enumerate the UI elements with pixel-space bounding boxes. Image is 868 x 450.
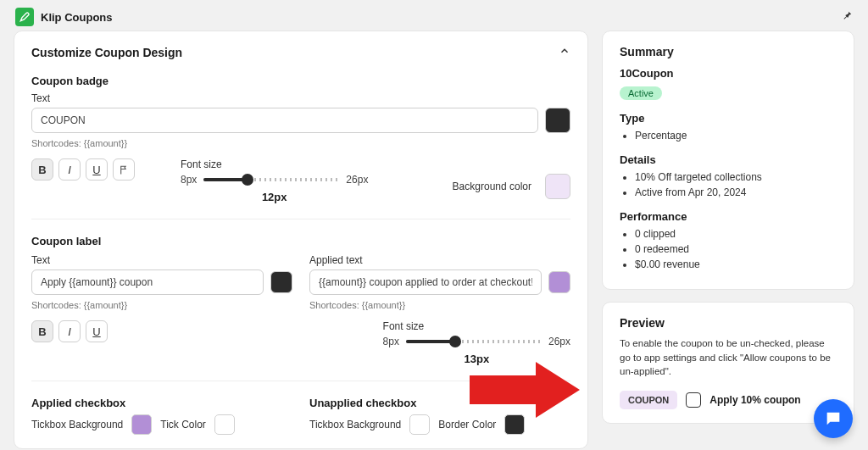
unapplied-tickbg-label: Tickbox Background <box>309 419 401 431</box>
badge-bgcolor-swatch[interactable] <box>545 174 570 199</box>
badge-text-input[interactable] <box>31 108 538 133</box>
badge-fontsize-slider[interactable] <box>203 178 339 181</box>
card-title: Customize Coupon Design <box>31 46 182 59</box>
flag-button[interactable] <box>113 158 135 181</box>
details-heading: Details <box>620 153 837 166</box>
chat-button[interactable] <box>814 399 853 438</box>
italic-button[interactable]: I <box>58 158 81 181</box>
type-list: Percentage <box>620 130 837 142</box>
badge-format-group: B I U <box>31 158 135 181</box>
preview-checkbox[interactable] <box>686 392 701 408</box>
status-badge: Active <box>620 86 662 100</box>
badge-shortcodes: Shortcodes: {{amount}} <box>31 138 570 148</box>
preview-label: Apply 10% coupon <box>709 394 800 406</box>
applied-tickbg-swatch[interactable] <box>131 414 152 435</box>
label-text-color-swatch[interactable] <box>270 271 292 293</box>
unapplied-tickbg-swatch[interactable] <box>409 414 430 435</box>
details-item: 10% Off targeted collections <box>635 171 837 183</box>
summary-card: Summary 10Coupon Active Type Percentage … <box>602 31 854 290</box>
underline-button[interactable]: U <box>86 158 108 181</box>
details-item: Active from Apr 20, 2024 <box>635 186 837 198</box>
preview-card: Preview To enable the coupon to be un-ch… <box>602 302 854 424</box>
badge-section-title: Coupon badge <box>31 75 570 87</box>
label-text-input[interactable] <box>31 269 264 295</box>
badge-font-min: 8px <box>181 174 197 186</box>
label-format-group: B I U <box>31 320 108 342</box>
label-fontsize-slider[interactable] <box>406 340 542 343</box>
perf-heading: Performance <box>620 210 837 223</box>
badge-bgcolor-label: Background color <box>453 181 531 192</box>
label-font-max: 26px <box>548 336 570 347</box>
customize-card: Customize Coupon Design Coupon badge Tex… <box>14 31 588 449</box>
unapplied-border-label: Border Color <box>438 419 496 431</box>
badge-font-max: 26px <box>346 174 368 186</box>
type-item: Percentage <box>635 130 837 142</box>
underline-button-2[interactable]: U <box>86 320 108 342</box>
details-list: 10% Off targeted collections Active from… <box>620 171 837 198</box>
perf-list: 0 clipped 0 redeemed $0.00 revenue <box>620 228 837 270</box>
pin-icon[interactable] <box>841 9 853 25</box>
label-shortcodes: Shortcodes: {{amount}} <box>31 300 292 310</box>
applied-tickbg-label: Tickbox Background <box>31 419 123 431</box>
summary-title: Summary <box>620 45 837 58</box>
badge-text-color-swatch[interactable] <box>545 108 570 133</box>
applied-cb-title: Applied checkbox <box>31 397 292 409</box>
label-font-min: 8px <box>383 336 399 347</box>
applied-text-color-swatch[interactable] <box>548 271 570 293</box>
perf-item: 0 clipped <box>635 228 837 240</box>
app-icon <box>15 8 34 26</box>
applied-text-input[interactable] <box>309 269 542 295</box>
summary-name: 10Coupon <box>620 67 837 80</box>
perf-item: $0.00 revenue <box>635 258 837 270</box>
badge-font-value: 12px <box>181 191 368 203</box>
unapplied-border-swatch[interactable] <box>504 414 525 435</box>
applied-tickcolor-label: Tick Color <box>160 419 206 431</box>
label-font-value: 13px <box>383 353 570 365</box>
preview-coupon-chip: COUPON <box>620 391 677 409</box>
label-text-label: Text <box>31 254 292 266</box>
applied-tickcolor-swatch[interactable] <box>214 414 235 435</box>
label-section-title: Coupon label <box>31 235 570 247</box>
unapplied-cb-title: Unapplied checkbox <box>309 397 570 409</box>
collapse-toggle[interactable] <box>559 45 570 59</box>
perf-item: 0 redeemed <box>635 243 837 255</box>
label-fontsize-label: Font size <box>383 320 570 332</box>
app-title: Klip Coupons <box>41 11 113 24</box>
badge-fontsize-label: Font size <box>181 158 368 170</box>
italic-button-2[interactable]: I <box>58 320 81 342</box>
badge-text-label: Text <box>31 92 570 104</box>
type-heading: Type <box>620 112 837 125</box>
applied-text-label: Applied text <box>309 254 570 266</box>
applied-shortcodes: Shortcodes: {{amount}} <box>309 300 570 310</box>
preview-title: Preview <box>620 316 837 330</box>
preview-note: To enable the coupon to be un-checked, p… <box>620 336 837 379</box>
bold-button[interactable]: B <box>31 158 53 181</box>
bold-button-2[interactable]: B <box>31 320 53 342</box>
